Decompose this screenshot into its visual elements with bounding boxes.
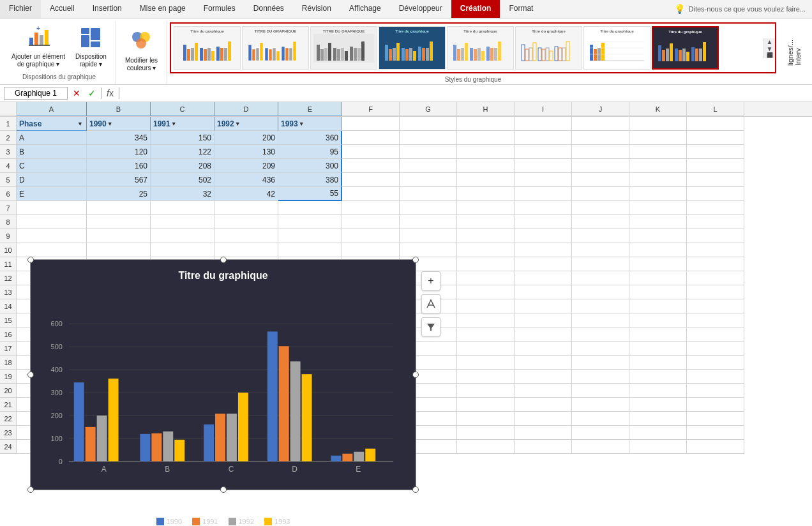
handle-bl[interactable] [27,486,34,493]
cell-E2[interactable]: 360 [278,131,342,145]
cell-C4[interactable]: 208 [151,159,214,173]
cell-H6[interactable] [457,187,515,201]
cell-L10[interactable] [687,243,744,257]
cell-B3[interactable]: 120 [87,145,151,159]
cell-K19[interactable] [629,370,687,384]
cell-J3[interactable] [572,145,629,159]
cell-A8[interactable] [17,215,87,229]
cell-I1[interactable] [515,117,572,131]
cell-I4[interactable] [515,159,572,173]
cell-I7[interactable] [515,201,572,215]
cell-J19[interactable] [572,370,629,384]
cell-J10[interactable] [572,243,629,257]
style-thumb-5[interactable]: Titre du graphique [447,26,514,70]
cell-H5[interactable] [457,173,515,187]
cell-H7[interactable] [457,201,515,215]
tab-fichier[interactable]: Fichier [0,0,41,18]
cell-I2[interactable] [515,131,572,145]
cell-D6[interactable]: 42 [214,187,278,201]
cell-A3[interactable]: B [17,145,87,159]
cell-G7[interactable] [400,201,457,215]
cell-L23[interactable] [687,426,744,440]
cell-K7[interactable] [629,201,687,215]
cell-F5[interactable] [342,173,400,187]
formula-confirm-btn[interactable]: ✓ [86,87,98,100]
cell-K6[interactable] [629,187,687,201]
row-header-13[interactable]: 13 [0,285,17,299]
cell-I17[interactable] [515,342,572,356]
cell-G5[interactable] [400,173,457,187]
row-header-24[interactable]: 24 [0,440,17,454]
row-header-16[interactable]: 16 [0,327,17,342]
cell-I13[interactable] [515,285,572,299]
handle-br[interactable] [412,486,419,493]
style-thumb-8[interactable]: Titre du graphique [652,26,719,70]
chart-container[interactable]: Titre du graphique 0 100 200 300 400 500… [30,259,416,490]
cell-L19[interactable] [687,370,744,384]
cell-J14[interactable] [572,299,629,313]
cell-G6[interactable] [400,187,457,201]
cell-L9[interactable] [687,229,744,243]
cell-B6[interactable]: 25 [87,187,151,201]
cell-J11[interactable] [572,257,629,271]
cell-L6[interactable] [687,187,744,201]
cell-A5[interactable]: D [17,173,87,187]
cell-D4[interactable]: 209 [214,159,278,173]
cell-B9[interactable] [87,229,151,243]
cell-A6[interactable]: E [17,187,87,201]
cell-I3[interactable] [515,145,572,159]
style-thumb-6[interactable]: Titre du graphique [515,26,582,70]
cell-C7[interactable] [151,201,214,215]
cell-J12[interactable] [572,271,629,285]
cell-I9[interactable] [515,229,572,243]
cell-K4[interactable] [629,159,687,173]
row-header-9[interactable]: 9 [0,229,17,243]
cell-J22[interactable] [572,412,629,426]
cell-K18[interactable] [629,356,687,370]
row-header-10[interactable]: 10 [0,243,17,257]
cell-I18[interactable] [515,356,572,370]
cell-K14[interactable] [629,299,687,313]
cell-I6[interactable] [515,187,572,201]
cell-K5[interactable] [629,173,687,187]
cell-I21[interactable] [515,398,572,412]
cell-H1[interactable] [457,117,515,131]
col-header-C[interactable]: C [151,102,214,116]
cell-D1[interactable]: 1992▼ [214,117,278,131]
col-header-H[interactable]: H [457,102,515,116]
cell-A9[interactable] [17,229,87,243]
cell-I5[interactable] [515,173,572,187]
cell-K3[interactable] [629,145,687,159]
cell-J9[interactable] [572,229,629,243]
add-element-button[interactable]: + Ajouter un élémentde graphique ▾ [8,24,69,71]
row-header-14[interactable]: 14 [0,299,17,313]
col-header-E[interactable]: E [278,102,342,116]
style-thumb-3[interactable]: TITRE DU GRAPHIQUE [310,26,377,70]
col-header-L[interactable]: L [687,102,744,116]
cell-K9[interactable] [629,229,687,243]
disposition-rapide-button[interactable]: Dispositionrapide ▾ [71,24,110,71]
cell-D7[interactable] [214,201,278,215]
cell-H15[interactable] [457,313,515,327]
cell-L5[interactable] [687,173,744,187]
cell-L24[interactable] [687,440,744,454]
cell-G4[interactable] [400,159,457,173]
tab-accueil[interactable]: Accueil [41,0,84,18]
cell-H16[interactable] [457,327,515,342]
cell-E3[interactable]: 95 [278,145,342,159]
row-header-5[interactable]: 5 [0,173,17,187]
cell-L17[interactable] [687,342,744,356]
cell-L1[interactable] [687,117,744,131]
cell-H18[interactable] [457,356,515,370]
cell-K21[interactable] [629,398,687,412]
handle-tl[interactable] [27,257,34,263]
cell-H22[interactable] [457,412,515,426]
cell-L8[interactable] [687,215,744,229]
cell-H24[interactable] [457,440,515,454]
cell-K22[interactable] [629,412,687,426]
style-thumb-4[interactable]: Titre du graphique [379,26,446,70]
cell-L2[interactable] [687,131,744,145]
tab-donnees[interactable]: Données [244,0,293,18]
cell-L15[interactable] [687,313,744,327]
gallery-scroll-up[interactable]: ▲ [764,38,775,45]
